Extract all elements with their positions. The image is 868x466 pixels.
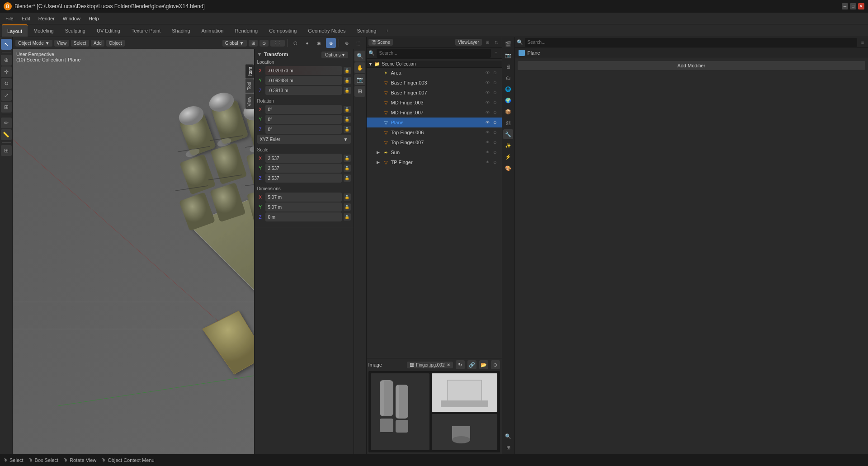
menu-help[interactable]: Help: [85, 15, 103, 22]
item-plane-sel[interactable]: ⊙: [492, 119, 498, 126]
sort-button[interactable]: ⇅: [493, 39, 500, 46]
filter-button[interactable]: ⊞: [484, 39, 491, 46]
outliner-search-input[interactable]: [377, 49, 491, 58]
item-bf007-sel[interactable]: ⊙: [492, 89, 498, 96]
item-sun-sel[interactable]: ⊙: [492, 149, 498, 155]
rotation-x-input[interactable]: [265, 105, 342, 114]
item-sun-vis[interactable]: 👁: [485, 149, 491, 155]
tool-measure[interactable]: 📏: [1, 129, 12, 140]
n-tab-tool[interactable]: Tool: [245, 79, 254, 93]
n-tab-item[interactable]: Item: [245, 64, 254, 78]
global-dropdown[interactable]: Global ▼: [222, 40, 247, 47]
item-tf007-vis[interactable]: 👁: [485, 139, 491, 146]
location-x-lock[interactable]: 🔒: [344, 67, 351, 74]
tool-scale[interactable]: ⤢: [1, 90, 12, 101]
tab-layout[interactable]: Layout: [2, 24, 28, 37]
outliner-filter-icon[interactable]: ≡: [493, 50, 500, 57]
snap-grid[interactable]: ⋮⋮: [270, 40, 285, 47]
props-icon-material[interactable]: 🎨: [503, 163, 513, 173]
tool-select[interactable]: ↖: [1, 39, 12, 50]
item-plane-vis[interactable]: 👁: [485, 119, 491, 126]
snap-button[interactable]: ⊞: [249, 40, 258, 47]
tab-geometry-nodes[interactable]: Geometry Nodes: [302, 24, 351, 37]
tool-annotate[interactable]: ✏: [1, 118, 12, 128]
item-tpf-vis[interactable]: 👁: [485, 159, 491, 165]
tab-compositing[interactable]: Compositing: [264, 24, 302, 37]
tab-shading[interactable]: Shading: [166, 24, 195, 37]
rotation-y-lock[interactable]: 🔒: [344, 116, 351, 123]
overlay-button[interactable]: ⊕: [342, 38, 352, 48]
item-area-visibility[interactable]: 👁: [485, 70, 491, 76]
scene-selector[interactable]: 🎬 Scene: [368, 39, 393, 46]
outliner-item-topfinger007[interactable]: ▽ Top Finger.007 👁 ⊙: [367, 137, 502, 147]
location-y-input[interactable]: [265, 76, 342, 85]
props-icon-render[interactable]: 📷: [503, 50, 513, 60]
minimize-button[interactable]: ─: [842, 3, 848, 9]
dim-y-input[interactable]: [265, 202, 342, 212]
menu-edit[interactable]: Edit: [18, 15, 34, 22]
rotation-x-lock[interactable]: 🔒: [344, 106, 351, 113]
add-modifier-button[interactable]: Add Modifier: [518, 61, 866, 70]
image-file-close[interactable]: ✕: [447, 362, 450, 367]
view-menu[interactable]: View: [54, 40, 70, 47]
outliner-item-basefinger007[interactable]: ▽ Base Finger.007 👁 ⊙: [367, 88, 502, 98]
euler-dropdown[interactable]: XYZ Euler ▼: [257, 135, 351, 144]
menu-file[interactable]: File: [2, 15, 17, 22]
dim-y-lock[interactable]: 🔒: [344, 203, 351, 211]
item-mdf003-sel[interactable]: ⊙: [492, 99, 498, 106]
tab-uv-editing[interactable]: UV Editing: [91, 24, 126, 37]
nav-pan[interactable]: ✋: [354, 62, 365, 73]
shading-wireframe[interactable]: ⬡: [291, 38, 301, 48]
outliner-item-plane[interactable]: ▽ Plane 👁 ⊙: [367, 118, 502, 127]
props-more-button[interactable]: ⊞: [503, 442, 513, 452]
shading-solid[interactable]: ●: [302, 38, 312, 48]
scale-x-input[interactable]: [265, 154, 342, 163]
dim-x-lock[interactable]: 🔒: [344, 193, 351, 201]
options-button[interactable]: Options ▾: [321, 52, 348, 58]
item-tpf-toggle[interactable]: ▶: [376, 160, 381, 165]
rotation-z-input[interactable]: [265, 125, 342, 134]
item-tf007-sel[interactable]: ⊙: [492, 139, 498, 146]
nav-grid[interactable]: ⊞: [354, 86, 365, 97]
outliner-item-mdfinger003[interactable]: ▽ MD Finger.003 👁 ⊙: [367, 98, 502, 108]
viewport[interactable]: Object Mode ▼ View Select Add Object Glo…: [13, 37, 366, 454]
props-search-button[interactable]: 🔍: [503, 431, 513, 441]
location-z-input[interactable]: [265, 86, 342, 95]
nav-zoom[interactable]: 🔍: [354, 51, 365, 61]
tab-sculpting[interactable]: Sculpting: [60, 24, 91, 37]
object-menu[interactable]: Object: [106, 40, 125, 47]
rotation-y-input[interactable]: [265, 115, 342, 124]
dim-z-lock[interactable]: 🔒: [344, 213, 351, 221]
item-bf003-sel[interactable]: ⊙: [492, 80, 498, 86]
proportional-edit[interactable]: ⊙: [259, 40, 269, 47]
view-layer-selector[interactable]: ViewLayer: [455, 39, 482, 46]
dim-x-input[interactable]: [265, 193, 342, 202]
maximize-button[interactable]: □: [850, 3, 856, 9]
item-tpf-sel[interactable]: ⊙: [492, 159, 498, 165]
modifier-search-input[interactable]: [525, 38, 858, 47]
scale-z-lock[interactable]: 🔒: [344, 174, 351, 182]
scale-z-input[interactable]: [265, 174, 342, 183]
props-icon-output[interactable]: 🖨: [503, 61, 513, 71]
outliner-item-topfinger006[interactable]: ▽ Top Finger.006 👁 ⊙: [367, 127, 502, 137]
nav-camera[interactable]: 📷: [354, 74, 365, 85]
modifier-filter-icon[interactable]: ≡: [859, 39, 866, 46]
outliner-item-sun[interactable]: ▶ ☀ Sun 👁 ⊙: [367, 147, 502, 157]
item-mdf007-sel[interactable]: ⊙: [492, 109, 498, 116]
add-workspace-button[interactable]: +: [382, 24, 392, 37]
scale-y-lock[interactable]: 🔒: [344, 165, 351, 172]
props-icon-viewlayer[interactable]: 🗂: [503, 73, 513, 83]
props-icon-particles[interactable]: ✨: [503, 141, 513, 151]
rotation-z-lock[interactable]: 🔒: [344, 126, 351, 133]
close-button[interactable]: ✕: [858, 3, 864, 9]
props-icon-modifier[interactable]: 🔧: [503, 129, 513, 139]
tool-transform[interactable]: ⊞: [1, 102, 12, 113]
tab-rendering[interactable]: Rendering: [229, 24, 263, 37]
item-mdf007-vis[interactable]: 👁: [485, 109, 491, 116]
tab-texture-paint[interactable]: Texture Paint: [126, 24, 166, 37]
item-bf007-vis[interactable]: 👁: [485, 89, 491, 96]
props-icon-scene-props[interactable]: 🌐: [503, 84, 513, 94]
object-mode-dropdown[interactable]: Object Mode ▼: [15, 40, 52, 47]
outliner-item-area[interactable]: ☀ Area 👁 ⊙: [367, 68, 502, 78]
item-tf006-vis[interactable]: 👁: [485, 129, 491, 136]
